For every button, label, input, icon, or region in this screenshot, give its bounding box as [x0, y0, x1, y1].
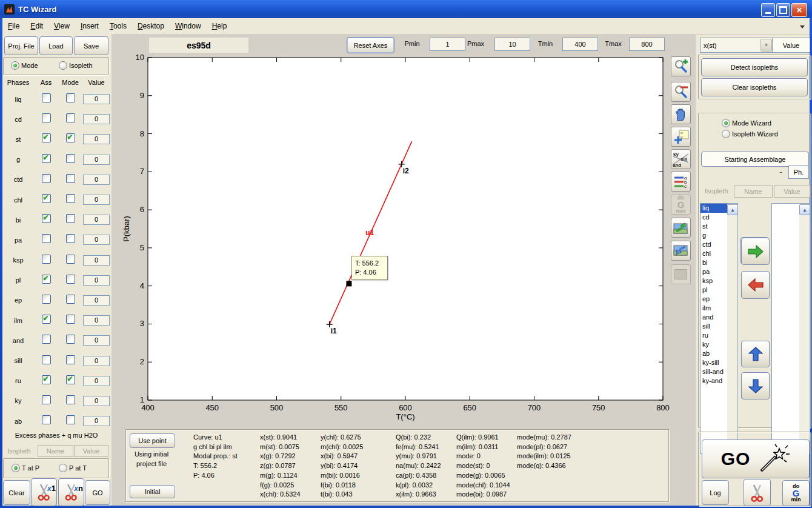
ass-checkbox-chl[interactable] — [42, 194, 51, 203]
value-field-ru[interactable]: 0 — [83, 376, 110, 386]
ass-checkbox-ru[interactable] — [42, 375, 51, 384]
phase-list-item-pl[interactable]: pl — [701, 286, 728, 295]
mode-checkbox-ksp[interactable] — [66, 255, 75, 264]
t-at-p-radio[interactable] — [12, 464, 20, 472]
mode-checkbox-ru[interactable] — [66, 375, 75, 384]
ass-checkbox-pa[interactable] — [42, 234, 51, 243]
isopleth-value-box[interactable]: Value — [772, 38, 810, 53]
export-figure-button[interactable] — [671, 218, 691, 238]
phase-list-scrollbar[interactable]: ▲ ▼ — [727, 204, 737, 453]
mode-checkbox-ab[interactable] — [66, 415, 75, 424]
ass-checkbox-ky[interactable] — [42, 395, 51, 404]
cut-xn-button[interactable]: xn — [58, 478, 84, 506]
isopleth-value-field[interactable]: Value — [74, 445, 108, 457]
menu-overflow-chevron-icon[interactable] — [800, 25, 805, 28]
cut-button-right[interactable] — [744, 479, 771, 506]
isopleth-name-field-right[interactable]: Name — [734, 185, 773, 198]
reset-axes-button[interactable]: Reset Axes — [347, 37, 394, 53]
phase-list-item-ctd[interactable]: ctd — [701, 240, 728, 249]
mode-checkbox-pl[interactable] — [66, 275, 75, 284]
phase-list-item-g[interactable]: g — [701, 231, 728, 240]
maximize-button[interactable] — [776, 3, 790, 17]
menu-tools[interactable]: Tools — [104, 19, 132, 33]
use-point-button[interactable]: Use point — [130, 433, 175, 448]
clear-isopleths-button[interactable]: Clear isopleths — [701, 78, 808, 96]
phase-list-item-ky-sill[interactable]: ky-sill — [701, 358, 728, 367]
ph-box[interactable]: Ph. — [788, 165, 809, 179]
zoom-in-button[interactable] — [671, 56, 691, 76]
phase-list-item-st[interactable]: st — [701, 222, 728, 231]
load-button[interactable]: Load — [39, 36, 73, 55]
value-field-ab[interactable]: 0 — [83, 416, 110, 426]
menu-help[interactable]: Help — [207, 19, 233, 33]
curve-labels-button[interactable]: a b c — [671, 172, 691, 192]
value-field-g[interactable]: 0 — [83, 155, 110, 165]
phase-list-item-pa[interactable]: pa — [701, 267, 728, 276]
mode-checkbox-sill[interactable] — [66, 355, 75, 364]
mode-checkbox-st[interactable] — [66, 133, 75, 142]
menu-window[interactable]: Window — [170, 19, 207, 33]
go-wizard-button[interactable]: GO — [702, 439, 810, 478]
scroll-up-icon[interactable]: ▲ — [727, 204, 738, 215]
data-cursor-button[interactable]: x: y: — [671, 127, 691, 147]
value-field-st[interactable]: 0 — [83, 134, 110, 144]
ass-checkbox-ab[interactable] — [42, 415, 51, 424]
scroll-up-icon[interactable]: ▲ — [799, 204, 810, 215]
do-g-min-button[interactable]: do G min — [782, 480, 810, 506]
isopleth-radio[interactable] — [59, 61, 67, 70]
tmin-field[interactable]: 400 — [562, 38, 598, 51]
mode-checkbox-ctd[interactable] — [66, 174, 75, 183]
move-down-button[interactable] — [741, 372, 770, 399]
phase-list-item-sill[interactable]: sill — [701, 322, 728, 331]
ass-checkbox-and[interactable] — [42, 335, 51, 344]
pt-plot-canvas[interactable]: 40045050055060065070075080012345678910i1… — [124, 52, 693, 415]
tmax-field[interactable]: 800 — [629, 38, 665, 51]
phase-list-item-ep[interactable]: ep — [701, 295, 728, 304]
mode-checkbox-ep[interactable] — [66, 295, 75, 304]
isopleth-value-field-right[interactable]: Value — [774, 185, 810, 198]
menu-edit[interactable]: Edit — [25, 19, 48, 33]
ass-checkbox-st[interactable] — [42, 133, 51, 142]
phase-list-item-cd[interactable]: cd — [701, 213, 728, 222]
menu-file[interactable]: File — [2, 19, 25, 33]
ass-checkbox-ep[interactable] — [42, 295, 51, 304]
phase-list-item-ru[interactable]: ru — [701, 331, 728, 340]
go-button-left[interactable]: GO — [85, 480, 110, 505]
isopleth-wizard-radio[interactable] — [722, 130, 730, 138]
initial-button[interactable]: Initial — [130, 485, 175, 498]
mode-checkbox-ilm[interactable] — [66, 315, 75, 324]
value-field-cd[interactable]: 0 — [83, 114, 110, 124]
pmin-field[interactable]: 1 — [430, 38, 465, 51]
value-field-and[interactable]: 0 — [83, 335, 110, 346]
mode-radio[interactable] — [11, 61, 19, 70]
phase-list-item-ilm[interactable]: ilm — [701, 304, 728, 313]
ass-checkbox-ilm[interactable] — [42, 315, 51, 324]
zoom-out-button[interactable] — [671, 82, 691, 102]
value-field-bi[interactable]: 0 — [83, 215, 110, 225]
menu-desktop[interactable]: Desktop — [132, 19, 170, 33]
phase-list-item-ky[interactable]: ky — [701, 340, 728, 349]
phase-list-item-ksp[interactable]: ksp — [701, 276, 728, 286]
mode-checkbox-cd[interactable] — [66, 113, 75, 122]
pan-button[interactable] — [671, 104, 691, 124]
dropdown-arrow-icon[interactable]: ▼ — [760, 39, 772, 52]
pmax-field[interactable]: 10 — [494, 38, 530, 51]
phase-list-item-sill-and[interactable]: sill-and — [701, 367, 728, 376]
value-field-pl[interactable]: 0 — [83, 275, 110, 286]
ass-checkbox-bi[interactable] — [42, 214, 51, 223]
mode-checkbox-g[interactable] — [66, 154, 75, 163]
value-field-sill[interactable]: 0 — [83, 356, 110, 366]
value-field-ksp[interactable]: 0 — [83, 255, 110, 266]
import-figure-button[interactable] — [671, 241, 691, 261]
clear-button[interactable]: Clear — [3, 480, 30, 505]
remove-phase-button[interactable] — [741, 271, 770, 299]
close-button[interactable]: ✕ — [791, 3, 807, 17]
value-field-ilm[interactable]: 0 — [83, 315, 110, 326]
p-at-t-radio[interactable] — [59, 464, 67, 472]
detect-isopleths-button[interactable]: Detect isopleths — [701, 58, 808, 76]
ass-checkbox-ksp[interactable] — [42, 255, 51, 264]
add-phase-button[interactable] — [741, 238, 770, 265]
mode-checkbox-bi[interactable] — [66, 214, 75, 223]
mode-checkbox-and[interactable] — [66, 335, 75, 344]
log-button[interactable]: Log — [702, 480, 729, 505]
